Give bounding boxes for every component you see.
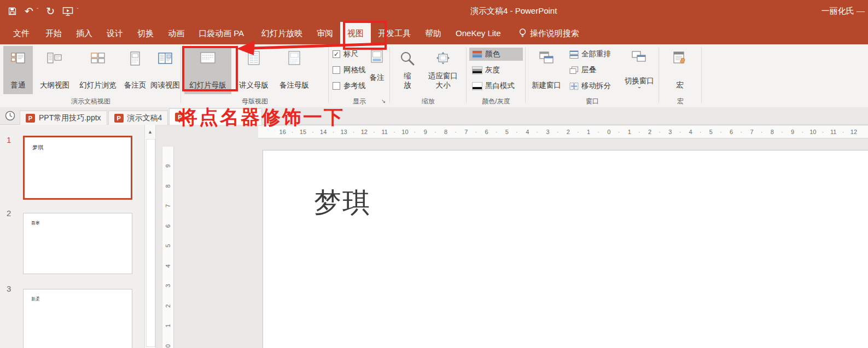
tab-pocket-animation-pa[interactable]: 口袋动画 PA bbox=[191, 22, 251, 44]
switch-windows-button[interactable]: 切换窗口 ˇ bbox=[622, 46, 656, 94]
tab-design[interactable]: 设计 bbox=[100, 22, 130, 44]
ruler-number: 3 bbox=[158, 284, 178, 287]
new-window-icon bbox=[538, 50, 555, 66]
ruler-number: 3 bbox=[660, 129, 680, 135]
tab-transitions[interactable]: 切换 bbox=[130, 22, 161, 44]
tab-insert[interactable]: 插入 bbox=[69, 22, 100, 44]
tab-onekey-lite[interactable]: OneKey Lite bbox=[448, 22, 508, 44]
thumbnail-scrollbar[interactable]: ▲ bbox=[144, 125, 156, 348]
slide-master-button[interactable]: 幻灯片母版 bbox=[184, 46, 231, 94]
window-title: 演示文稿4 - PowerPoint bbox=[470, 0, 557, 22]
undo-icon[interactable]: ↶ bbox=[25, 6, 33, 16]
horizontal-ruler: 161514131211109876543210123456789101112 bbox=[258, 125, 868, 138]
slide-master-icon bbox=[199, 50, 217, 66]
ribbon: 普通 大纲视图 幻灯片浏览 备注页 阅读视图 演示文稿视图 bbox=[0, 44, 868, 108]
button-label: 幻灯片母版 bbox=[189, 81, 226, 90]
tab-help[interactable]: 帮助 bbox=[418, 22, 448, 44]
document-tab-bar: PPPT常用技巧.pptxP演示文稿4P×+ bbox=[0, 107, 868, 125]
group-master-views: 幻灯片母版 讲义母版 备注母版 母版视图 bbox=[182, 44, 328, 107]
slide-title-text[interactable]: 梦琪 bbox=[314, 184, 371, 221]
fit-to-window-button[interactable]: 适应窗口大小 bbox=[422, 46, 464, 94]
group-label: 颜色/灰度 bbox=[467, 97, 525, 106]
button-label: 备注母版 bbox=[279, 81, 309, 90]
group-presentation-views: 普通 大纲视图 幻灯片浏览 备注页 阅读视图 演示文稿视图 bbox=[1, 44, 180, 107]
ruler-number: 5 bbox=[701, 129, 721, 135]
tab-animations[interactable]: 动画 bbox=[161, 22, 191, 44]
ruler-number: 0 bbox=[158, 344, 178, 347]
scroll-up-icon[interactable]: ▲ bbox=[145, 126, 155, 138]
new-window-button[interactable]: 新建窗口 bbox=[528, 46, 564, 94]
outline-view-button[interactable]: 大纲视图 bbox=[35, 46, 74, 94]
document-tab-label: 演示文稿4 bbox=[127, 113, 162, 123]
slide-number: 3 bbox=[7, 284, 11, 293]
group-window: 新建窗口 全部重排 层叠 移动拆分 切换窗口 ˇ 窗口 bbox=[526, 44, 659, 107]
button-label: 灰度 bbox=[485, 65, 500, 75]
zoom-button[interactable]: 缩放 bbox=[395, 46, 420, 94]
fit-to-window-icon bbox=[435, 50, 451, 67]
slide-thumbnail-3[interactable]: 新柔 bbox=[23, 289, 132, 348]
notes-master-icon bbox=[286, 50, 302, 66]
group-divider bbox=[180, 47, 181, 103]
ruler-number: 12 bbox=[354, 129, 374, 135]
customize-qat-icon[interactable]: ˇ bbox=[77, 8, 78, 14]
tab-label: 开发工具 bbox=[378, 22, 411, 44]
group-label: 宏 bbox=[660, 97, 701, 106]
ruler-number: 8 bbox=[158, 184, 178, 188]
macros-button[interactable]: 宏 bbox=[665, 46, 695, 94]
reading-view-button[interactable]: 阅读视图 bbox=[150, 46, 180, 94]
ruler-checkbox-row[interactable]: ✓ 标尺 bbox=[333, 49, 358, 59]
move-split-icon bbox=[569, 82, 579, 90]
ppt-file-icon: P bbox=[114, 114, 124, 123]
grayscale-button[interactable]: 灰度 bbox=[469, 63, 523, 77]
slide-canvas[interactable]: 梦琪 bbox=[263, 150, 868, 348]
slide-thumbnail-1[interactable]: 梦琪 bbox=[23, 136, 132, 200]
handout-master-button[interactable]: 讲义母版 bbox=[234, 46, 273, 94]
start-slideshow-icon[interactable] bbox=[62, 7, 73, 16]
gridlines-checkbox-row[interactable]: 网格线 bbox=[333, 65, 366, 75]
tab-file[interactable]: 文件 bbox=[4, 22, 38, 44]
guides-checkbox-row[interactable]: 参考线 bbox=[333, 81, 366, 91]
group-divider bbox=[525, 47, 526, 103]
tab-tell-me[interactable]: 操作说明搜索 bbox=[511, 22, 586, 44]
document-tab-2[interactable]: P演示文稿4 bbox=[108, 111, 168, 125]
thumbnail-title-text: 新柔 bbox=[31, 296, 40, 302]
notes-page-button[interactable]: 备注页 bbox=[121, 46, 149, 94]
titlebar: ↶ ˇ ↻ ˇ 演示文稿4 - PowerPoint 一丽化氏 — bbox=[0, 0, 868, 22]
redo-icon[interactable]: ↻ bbox=[46, 6, 55, 16]
close-icon[interactable]: × bbox=[252, 113, 256, 121]
ppt-file-icon: P bbox=[26, 114, 35, 123]
tab-history-icon[interactable] bbox=[4, 110, 16, 121]
vertical-ruler: 9876543210 bbox=[162, 147, 174, 348]
save-icon[interactable] bbox=[8, 7, 17, 16]
arrange-all-button[interactable]: 全部重排 bbox=[567, 48, 614, 61]
ruler-number: 3 bbox=[538, 129, 558, 135]
notes-button[interactable]: 备注 bbox=[365, 45, 388, 86]
normal-view-button[interactable]: 普通 bbox=[3, 46, 33, 94]
tab-label: OneKey Lite bbox=[456, 22, 501, 44]
black-white-button[interactable]: 黑白模式 bbox=[469, 79, 523, 92]
tab-home[interactable]: 开始 bbox=[38, 22, 69, 44]
document-tab-3[interactable]: P× bbox=[169, 108, 262, 125]
notes-master-button[interactable]: 备注母版 bbox=[275, 46, 314, 94]
tab-developer[interactable]: 开发工具 bbox=[371, 22, 418, 44]
cascade-button[interactable]: 层叠 bbox=[567, 63, 599, 77]
tab-view[interactable]: 视图 bbox=[340, 22, 371, 44]
new-tab-button[interactable]: + bbox=[263, 112, 275, 125]
zoom-icon bbox=[399, 50, 416, 67]
scrollbar-thumb[interactable] bbox=[146, 139, 155, 347]
slide-sorter-button[interactable]: 幻灯片浏览 bbox=[75, 46, 120, 94]
document-tab-1[interactable]: PPPT常用技巧.pptx bbox=[20, 111, 107, 125]
ruler-checkbox[interactable]: ✓ bbox=[333, 50, 340, 58]
checkbox-label: 标尺 bbox=[343, 49, 358, 59]
gridlines-checkbox[interactable] bbox=[333, 66, 340, 74]
ruler-number: 9 bbox=[782, 129, 802, 135]
move-split-button[interactable]: 移动拆分 bbox=[567, 79, 614, 92]
color-button[interactable]: 颜色 bbox=[469, 48, 523, 61]
ruler-number: 6 bbox=[721, 129, 742, 135]
guides-checkbox[interactable] bbox=[333, 82, 340, 90]
slide-thumbnail-2[interactable]: 吾寒 bbox=[23, 213, 132, 274]
tab-label: 开始 bbox=[45, 22, 62, 44]
tab-slide-show[interactable]: 幻灯片放映 bbox=[254, 22, 310, 44]
tab-review[interactable]: 审阅 bbox=[310, 22, 340, 44]
undo-dropdown-icon[interactable]: ˇ bbox=[37, 8, 38, 14]
